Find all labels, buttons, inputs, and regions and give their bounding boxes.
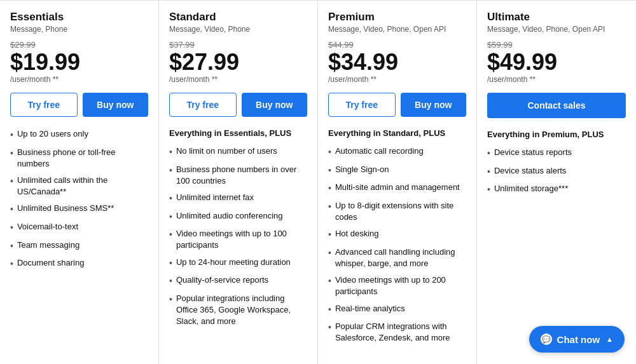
plan-col-essentials: EssentialsMessage, Phone$29.99$19.99/use… bbox=[0, 1, 159, 364]
plan-name-premium: Premium bbox=[328, 11, 466, 24]
plan-original-price-standard: $37.99 bbox=[169, 40, 307, 50]
bullet-icon: • bbox=[169, 229, 172, 241]
plan-channels-ultimate: Message, Video, Phone, Open API bbox=[487, 25, 626, 34]
bullet-icon: • bbox=[328, 182, 331, 195]
plan-channels-premium: Message, Video, Phone, Open API bbox=[328, 25, 466, 34]
bullet-icon: • bbox=[328, 146, 331, 159]
feature-text: Unlimited internet fax bbox=[176, 192, 254, 203]
plan-col-premium: PremiumMessage, Video, Phone, Open API$4… bbox=[318, 1, 477, 364]
list-item: •Video meetings with up to 200 participa… bbox=[328, 274, 466, 297]
pricing-grid: EssentialsMessage, Phone$29.99$19.99/use… bbox=[0, 0, 636, 364]
feature-text: Popular CRM integrations with Salesforce… bbox=[335, 321, 466, 344]
bullet-icon: • bbox=[328, 165, 331, 177]
bullet-icon: • bbox=[10, 222, 13, 234]
bullet-icon: • bbox=[328, 229, 331, 241]
chat-icon: 💬 bbox=[541, 334, 552, 345]
feature-text: Single Sign-on bbox=[335, 164, 389, 175]
list-item: •Hot desking bbox=[328, 228, 466, 241]
list-item: •Popular integrations including Office 3… bbox=[169, 293, 307, 328]
plan-price-note-essentials: /user/month ** bbox=[10, 75, 148, 84]
bullet-icon: • bbox=[487, 166, 490, 179]
list-item: •Multi-site admin and management bbox=[328, 182, 466, 195]
plan-current-price-ultimate: $49.99 bbox=[487, 51, 626, 74]
feature-text: Unlimited calls within the US/Canada** bbox=[17, 175, 148, 198]
plan-current-price-standard: $27.99 bbox=[169, 51, 307, 74]
plan-original-price-premium: $44.99 bbox=[328, 40, 466, 50]
plan-name-essentials: Essentials bbox=[10, 11, 148, 24]
list-item: •Team messaging bbox=[10, 239, 148, 253]
bullet-icon: • bbox=[10, 129, 13, 142]
bullet-icon: • bbox=[328, 201, 331, 213]
feature-text: Unlimited audio conferencing bbox=[176, 210, 283, 222]
try-free-button-standard[interactable]: Try free bbox=[169, 93, 237, 117]
buy-now-button-standard[interactable]: Buy now bbox=[242, 93, 308, 117]
list-item: •Up to 8-digit extensions with site code… bbox=[328, 200, 466, 223]
plan-name-standard: Standard bbox=[169, 11, 307, 24]
feature-text: Device status alerts bbox=[494, 165, 566, 177]
plan-price-note-premium: /user/month ** bbox=[328, 75, 466, 84]
plan-col-ultimate: UltimateMessage, Video, Phone, Open API$… bbox=[477, 1, 636, 364]
list-item: •Voicemail-to-text bbox=[10, 221, 148, 234]
list-item: •Up to 24-hour meeting duration bbox=[169, 257, 307, 270]
list-item: •Unlimited Business SMS** bbox=[10, 203, 148, 216]
feature-text: Video meetings with up to 200 participan… bbox=[335, 274, 466, 297]
chevron-up-icon: ▲ bbox=[606, 335, 613, 343]
list-item: •Popular CRM integrations with Salesforc… bbox=[328, 321, 466, 344]
bullet-icon: • bbox=[10, 240, 13, 253]
buy-now-button-essentials[interactable]: Buy now bbox=[83, 93, 149, 117]
feature-text: Quality-of-service reports bbox=[176, 274, 268, 286]
list-item: •Document sharing bbox=[10, 257, 148, 271]
feature-text: Up to 24-hour meeting duration bbox=[176, 257, 291, 268]
contact-sales-button-ultimate[interactable]: Contact sales bbox=[487, 93, 626, 118]
bullet-icon: • bbox=[328, 321, 331, 334]
feature-text: Document sharing bbox=[17, 257, 85, 269]
feature-text: No limit on number of users bbox=[176, 145, 277, 157]
bullet-icon: • bbox=[487, 184, 490, 196]
try-free-button-premium[interactable]: Try free bbox=[328, 93, 396, 117]
bullet-icon: • bbox=[10, 147, 13, 160]
chat-now-button[interactable]: 💬 Chat now ▲ bbox=[529, 326, 625, 353]
list-item: •Automatic call recording bbox=[328, 145, 466, 159]
plan-current-price-premium: $34.99 bbox=[328, 51, 466, 74]
list-item: •Real-time analytics bbox=[328, 303, 466, 316]
list-item: •Business phone or toll-free numbers bbox=[10, 147, 148, 170]
bullet-icon: • bbox=[169, 165, 172, 177]
bullet-icon: • bbox=[487, 147, 490, 160]
feature-text: Up to 20 users only bbox=[17, 128, 88, 140]
list-item: •Video meetings with up to 100 participa… bbox=[169, 228, 307, 251]
try-free-button-essentials[interactable]: Try free bbox=[10, 93, 78, 117]
bullet-icon: • bbox=[10, 258, 13, 271]
list-item: •Unlimited storage*** bbox=[487, 183, 626, 196]
feature-list-premium: •Automatic call recording•Single Sign-on… bbox=[328, 145, 466, 349]
feature-text: Business phone or toll-free numbers bbox=[17, 147, 148, 170]
bullet-icon: • bbox=[169, 293, 172, 306]
feature-text: Unlimited Business SMS** bbox=[17, 203, 114, 214]
feature-text: Automatic call recording bbox=[335, 145, 424, 157]
list-item: •Single Sign-on bbox=[328, 164, 466, 177]
button-row-premium: Try freeBuy now bbox=[328, 93, 466, 117]
plan-channels-standard: Message, Video, Phone bbox=[169, 25, 307, 34]
list-item: •Unlimited calls within the US/Canada** bbox=[10, 175, 148, 198]
feature-list-essentials: •Up to 20 users only•Business phone or t… bbox=[10, 128, 148, 276]
list-item: •Unlimited internet fax bbox=[169, 192, 307, 205]
button-row-standard: Try freeBuy now bbox=[169, 93, 307, 117]
chat-now-label: Chat now bbox=[557, 334, 600, 345]
list-item: •Up to 20 users only bbox=[10, 128, 148, 142]
bullet-icon: • bbox=[10, 175, 13, 188]
bullet-icon: • bbox=[169, 211, 172, 224]
plan-current-price-essentials: $19.99 bbox=[10, 51, 148, 74]
list-item: •No limit on number of users bbox=[169, 145, 307, 159]
feature-text: Device status reports bbox=[494, 147, 572, 158]
buy-now-button-premium[interactable]: Buy now bbox=[401, 93, 467, 117]
plan-channels-essentials: Message, Phone bbox=[10, 25, 148, 34]
bullet-icon: • bbox=[169, 275, 172, 288]
feature-list-ultimate: •Device status reports•Device status ale… bbox=[487, 147, 626, 201]
feature-text: Voicemail-to-text bbox=[17, 221, 78, 233]
plan-price-note-standard: /user/month ** bbox=[169, 75, 307, 84]
bullet-icon: • bbox=[169, 146, 172, 159]
plan-upsell-standard: Everything in Essentials, PLUS bbox=[169, 128, 307, 138]
list-item: •Advanced call handling including whispe… bbox=[328, 246, 466, 269]
feature-text: Real-time analytics bbox=[335, 303, 405, 314]
bullet-icon: • bbox=[328, 275, 331, 288]
bullet-icon: • bbox=[169, 192, 172, 205]
